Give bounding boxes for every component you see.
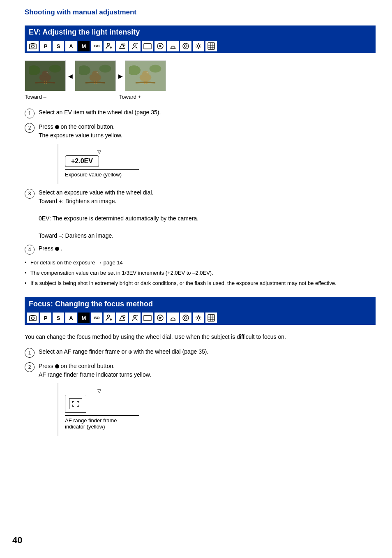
svg-point-32 — [92, 70, 99, 76]
bird-image-bright — [125, 60, 166, 91]
af-diagram-container: ▽ AF range finder frame indicator (yello… — [58, 383, 140, 436]
svg-rect-64 — [208, 315, 214, 321]
focus-mode-gear[interactable] — [193, 313, 204, 323]
focus-mode-scene[interactable] — [116, 313, 128, 323]
ev-bullet-2: The compensation value can be set in 1/3… — [25, 269, 376, 278]
step-1-content: Select an EV item with the wheel dial (p… — [39, 108, 376, 117]
step-3-text: Select an exposure value with the wheel … — [39, 189, 153, 196]
mode-sweep[interactable] — [167, 41, 179, 51]
focus-mode-sweep[interactable] — [167, 313, 179, 323]
toward-minus-label: Toward – — [25, 94, 74, 100]
focus-step-num-1: 1 — [25, 348, 35, 358]
svg-point-34 — [97, 72, 98, 73]
ev-step-3: 3 Select an exposure value with the whee… — [25, 188, 376, 240]
page-title: Shooting with manual adjustment — [25, 8, 376, 16]
toward-plus-label: Toward + — [119, 94, 141, 100]
ev-section-header: EV: Adjusting the light intensity — [25, 25, 376, 39]
mode-p[interactable]: P — [40, 41, 51, 51]
focus-section-header: Focus: Changing the focus method — [25, 297, 376, 311]
svg-point-56 — [134, 315, 136, 318]
svg-rect-2 — [31, 43, 35, 44]
mode-person-plus[interactable] — [104, 41, 115, 51]
focus-mode-iso[interactable]: ISO — [91, 313, 102, 323]
focus-mode-grid[interactable] — [205, 313, 217, 323]
af-caption: AF range finder frame indicator (yellow) — [65, 417, 133, 430]
svg-rect-48 — [30, 316, 36, 321]
svg-point-8 — [134, 44, 136, 46]
svg-rect-0 — [30, 44, 36, 49]
svg-point-41 — [142, 70, 149, 76]
step-2-text2: on the control button. — [61, 123, 115, 130]
svg-point-55 — [123, 316, 125, 318]
focus-control-circle — [55, 364, 59, 368]
svg-point-33 — [96, 72, 98, 73]
focus-mode-landscape[interactable] — [142, 313, 153, 323]
mode-video[interactable] — [154, 41, 166, 51]
step-2-text: Press — [39, 123, 53, 130]
step-num-1: 1 — [25, 109, 35, 118]
bird-images-row: ◀ ▶ — [25, 60, 376, 91]
svg-point-63 — [197, 317, 200, 319]
af-arrow-down: ▽ — [65, 388, 133, 394]
svg-point-29 — [49, 65, 61, 72]
svg-rect-16 — [208, 43, 214, 49]
step-3-sub1: Toward +: Brightens an image. — [39, 197, 376, 206]
mode-m[interactable]: M — [78, 41, 90, 51]
ev-step-2: 2 Press on the control button. The expos… — [25, 123, 376, 140]
svg-point-25 — [47, 72, 48, 73]
focus-mode-video[interactable] — [154, 313, 166, 323]
af-underline — [65, 415, 139, 416]
ev-diagram-container: ▽ +2.0EV Exposure value (yellow) — [58, 144, 140, 184]
focus-step-1: 1 Select an AF range finder frame or ⊕ w… — [25, 347, 376, 358]
focus-mode-person-plus[interactable] — [104, 313, 115, 323]
focus-step-2-content: Press on the control button. AF range fi… — [39, 362, 376, 379]
svg-rect-50 — [31, 315, 35, 316]
step-3-content: Select an exposure value with the wheel … — [39, 188, 376, 240]
focus-mode-portrait[interactable] — [129, 313, 141, 323]
focus-step-1-text2: with the wheel dial (page 35). — [134, 348, 208, 355]
mode-settings[interactable] — [180, 41, 191, 51]
mode-camera[interactable] — [27, 41, 39, 51]
svg-point-15 — [197, 45, 200, 47]
focus-mode-m[interactable]: M — [78, 313, 90, 323]
mode-a[interactable]: A — [65, 41, 77, 51]
focus-section: Focus: Changing the focus method P S A M… — [25, 297, 376, 436]
step-3-sub2: 0EV: The exposure is determined automati… — [39, 214, 376, 223]
focus-step-2-text: Press — [39, 363, 53, 369]
image-labels: Toward – Toward + — [25, 94, 376, 100]
step-4-circle — [55, 247, 59, 251]
svg-point-38 — [99, 65, 111, 72]
svg-marker-6 — [120, 44, 125, 49]
mode-scene[interactable] — [116, 41, 128, 51]
svg-point-42 — [146, 72, 148, 73]
mode-grid[interactable] — [205, 41, 217, 51]
focus-mode-settings[interactable] — [180, 313, 191, 323]
focus-step-2-text2: on the control button. — [61, 363, 115, 369]
focus-mode-camera[interactable] — [27, 313, 39, 323]
svg-point-62 — [183, 315, 189, 321]
svg-point-1 — [32, 45, 35, 48]
svg-point-43 — [148, 72, 148, 73]
ev-underline — [65, 169, 139, 170]
focus-mode-a[interactable]: A — [65, 313, 77, 323]
svg-point-3 — [107, 43, 110, 46]
ev-bullet-3: If a subject is being shot in extremely … — [25, 279, 376, 288]
focus-step-2-sub: AF range finder frame indicator turns ye… — [39, 370, 376, 379]
mode-s[interactable]: S — [53, 41, 64, 51]
mode-landscape[interactable] — [142, 41, 153, 51]
mode-portrait[interactable] — [129, 41, 141, 51]
af-finder-inner — [69, 398, 82, 409]
bird-image-dark — [25, 60, 66, 91]
svg-point-14 — [183, 43, 189, 49]
step-2-content: Press on the control button. The exposur… — [39, 123, 376, 140]
focus-mode-s[interactable]: S — [53, 313, 64, 323]
ev-bullets: For details on the exposure → page 14 Th… — [25, 259, 376, 287]
ev-arrow-down: ▽ — [65, 149, 133, 155]
mode-gear[interactable] — [193, 41, 204, 51]
svg-point-49 — [32, 317, 35, 320]
focus-mode-p[interactable]: P — [40, 313, 51, 323]
mode-iso[interactable]: ISO — [91, 41, 102, 51]
arrow-right: ▶ — [116, 72, 125, 81]
step-4-content: Press . — [39, 244, 376, 253]
svg-rect-58 — [144, 315, 151, 321]
